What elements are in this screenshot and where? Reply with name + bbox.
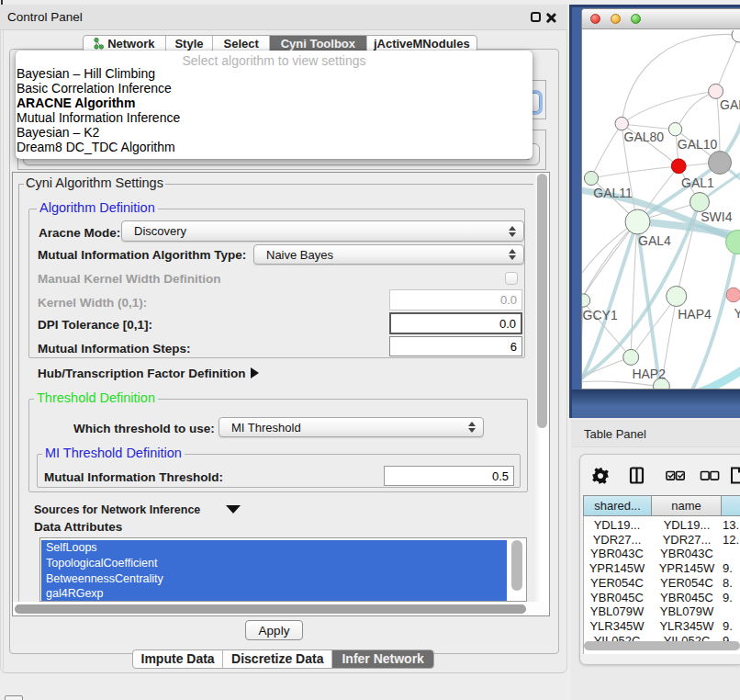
svg-text:SWI4: SWI4 xyxy=(701,209,732,224)
svg-text:GAL7: GAL7 xyxy=(720,97,740,112)
svg-text:HAP2: HAP2 xyxy=(632,367,666,381)
svg-text:GAL1: GAL1 xyxy=(681,175,714,190)
svg-text:GCY1: GCY1 xyxy=(583,308,618,322)
svg-text:GAL10: GAL10 xyxy=(678,137,718,152)
svg-text:HAP4: HAP4 xyxy=(678,307,712,322)
svg-text:YJR0: YJR0 xyxy=(734,306,740,321)
svg-text:GAL11: GAL11 xyxy=(593,186,633,200)
svg-text:GAL4: GAL4 xyxy=(638,233,671,248)
svg-text:GAL80: GAL80 xyxy=(624,130,665,144)
